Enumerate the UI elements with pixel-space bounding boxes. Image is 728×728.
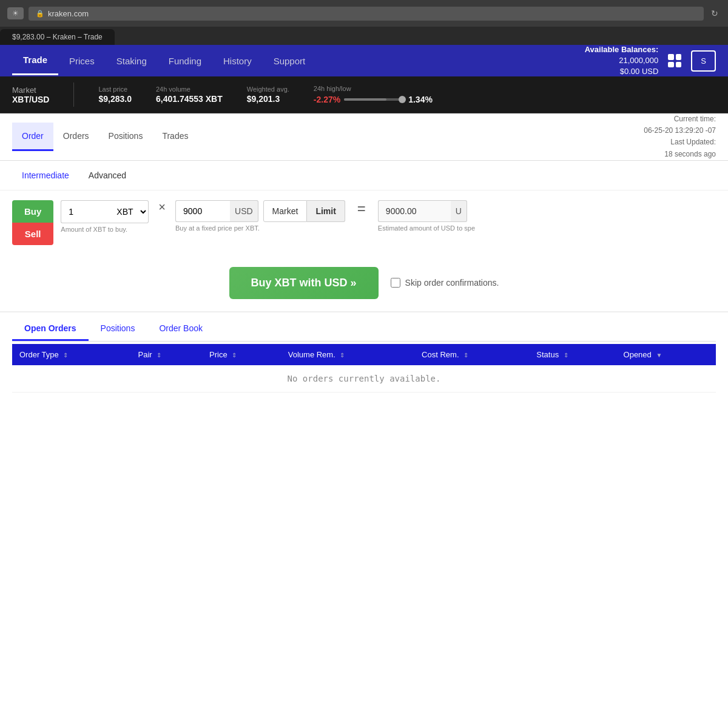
- nav-support[interactable]: Support: [263, 47, 317, 75]
- reload-button[interactable]: ↻: [709, 6, 721, 21]
- last-updated-label: Last Updated:: [644, 136, 716, 148]
- slider-fill: [344, 98, 386, 101]
- buy-xbt-button[interactable]: Buy XBT with USD »: [229, 267, 379, 299]
- main-tabs: Order Orders Positions Trades: [12, 123, 198, 151]
- main-content: Order Orders Positions Trades Current ti…: [0, 113, 728, 728]
- sort-cost-icon: ⇕: [463, 352, 468, 359]
- col-order-type[interactable]: Order Type ⇕: [12, 344, 131, 365]
- nav-trade[interactable]: Trade: [12, 46, 58, 75]
- price-group: USD Market Limit Buy at a fixed price pe…: [175, 200, 345, 232]
- available-balances: Available Balances: 21,000,000 $0.00 USD: [585, 44, 659, 78]
- last-price-value: $9,283.0: [98, 94, 132, 104]
- weighted-stat: Weighted avg. $9,201.3: [247, 86, 289, 104]
- col-status[interactable]: Status ⇕: [529, 344, 616, 365]
- price-input[interactable]: [175, 200, 230, 222]
- result-row: U: [378, 200, 475, 222]
- buy-button[interactable]: Buy: [12, 200, 53, 223]
- buy-action-row: Buy XBT with USD » Skip order confirmati…: [0, 255, 728, 311]
- highlow-stat: 24h high/low -2.27% 1.34%: [314, 85, 433, 104]
- col-price[interactable]: Price ⇕: [202, 344, 281, 365]
- buy-sell-buttons: Buy Sell: [12, 200, 53, 245]
- table-body: No orders currently available.: [12, 365, 716, 393]
- highlow-label: 24h high/low: [314, 85, 433, 92]
- col-opened[interactable]: Opened ▼: [616, 344, 716, 365]
- bottom-section: Open Orders Positions Order Book Order T…: [0, 311, 728, 393]
- sort-order-type-icon: ⇕: [63, 352, 68, 359]
- market-pair: XBT/USD: [12, 95, 49, 104]
- nav-prices[interactable]: Prices: [58, 47, 106, 75]
- nav-bar: Trade Prices Staking Funding History Sup…: [0, 45, 728, 76]
- last-price-stat: Last price $9,283.0: [98, 86, 132, 104]
- volume-value: 6,401.74553 XBT: [156, 94, 223, 104]
- market-pair-info: Market XBT/USD: [12, 86, 49, 104]
- tabs-row: Order Orders Positions Trades Current ti…: [0, 113, 728, 161]
- browser-chrome: ☀ 🔒 kraken.com ↻: [0, 0, 728, 27]
- tab-orders[interactable]: Orders: [53, 123, 99, 151]
- balance-amount: 21,000,000: [619, 56, 658, 65]
- tab-order[interactable]: Order: [12, 123, 53, 151]
- volume-stat: 24h volume 6,401.74553 XBT: [156, 86, 223, 104]
- brightness-button[interactable]: ☀: [7, 7, 24, 19]
- bottom-tab-open-orders[interactable]: Open Orders: [12, 317, 89, 341]
- price-input-group: USD: [175, 200, 258, 222]
- nav-staking[interactable]: Staking: [106, 47, 158, 75]
- col-pair[interactable]: Pair ⇕: [131, 344, 203, 365]
- lock-icon: 🔒: [36, 10, 44, 18]
- sort-volume-icon: ⇕: [340, 352, 345, 359]
- market-divider: [73, 83, 74, 107]
- result-currency: U: [451, 200, 467, 222]
- nav-funding[interactable]: Funding: [158, 47, 212, 75]
- no-orders-cell: No orders currently available.: [12, 365, 716, 393]
- browser-tab[interactable]: $9,283.00 – Kraken – Trade: [0, 29, 115, 45]
- order-form: Buy Sell XBT ETH LTC Amount of XBT to bu…: [0, 190, 728, 255]
- result-group: U Estimated amount of USD to spe: [378, 200, 475, 232]
- result-input[interactable]: [378, 200, 451, 222]
- grid-icon[interactable]: [668, 54, 681, 67]
- bottom-tab-order-book[interactable]: Order Book: [147, 317, 215, 341]
- no-orders-text: No orders currently available.: [275, 362, 453, 396]
- currency-select[interactable]: XBT ETH LTC: [109, 200, 149, 223]
- mode-tabs: Intermediate Advanced: [0, 161, 728, 190]
- signin-button[interactable]: S: [691, 50, 716, 72]
- bottom-tabs: Open Orders Positions Order Book: [12, 312, 716, 342]
- current-time-label: Current time:: [644, 113, 716, 125]
- sell-button[interactable]: Sell: [12, 223, 53, 245]
- mode-advanced[interactable]: Advanced: [79, 167, 136, 184]
- skip-confirm-checkbox[interactable]: [391, 278, 400, 288]
- weighted-label: Weighted avg.: [247, 86, 289, 93]
- sort-status-icon: ⇕: [564, 352, 568, 359]
- market-label: Market: [12, 86, 49, 95]
- high-pct: 1.34%: [408, 95, 433, 104]
- price-row: USD Market Limit: [175, 200, 345, 222]
- balance-usd: $0.00 USD: [620, 67, 659, 76]
- no-orders-row: No orders currently available.: [12, 365, 716, 393]
- amount-input-group: XBT ETH LTC: [61, 200, 149, 223]
- slider-track: [344, 98, 405, 101]
- amount-input[interactable]: [61, 200, 109, 223]
- amount-row: XBT ETH LTC: [61, 200, 149, 223]
- last-updated-row: Last Updated: 18 seconds ago: [644, 136, 716, 160]
- equals-operator: =: [352, 200, 371, 217]
- bottom-tab-positions[interactable]: Positions: [89, 317, 147, 341]
- sort-price-icon: ⇕: [232, 352, 237, 359]
- weighted-value: $9,201.3: [247, 94, 289, 104]
- nav-history[interactable]: History: [212, 47, 263, 75]
- tab-bar: $9,283.00 – Kraken – Trade: [0, 27, 728, 45]
- nav-right: Available Balances: 21,000,000 $0.00 USD…: [585, 44, 716, 78]
- order-type-group: Market Limit: [263, 200, 345, 222]
- change-pct: -2.27%: [314, 95, 340, 104]
- sort-pair-icon: ⇕: [157, 352, 161, 359]
- tab-positions[interactable]: Positions: [99, 123, 153, 151]
- mode-intermediate[interactable]: Intermediate: [12, 167, 79, 184]
- last-updated-value: 18 seconds ago: [644, 149, 716, 160]
- limit-order-btn[interactable]: Limit: [307, 200, 345, 222]
- price-currency: USD: [230, 200, 258, 222]
- tab-trades[interactable]: Trades: [152, 123, 198, 151]
- amount-hint: Amount of XBT to buy.: [61, 226, 149, 233]
- multiply-operator: ×: [156, 200, 168, 214]
- price-slider: -2.27% 1.34%: [314, 95, 433, 104]
- market-bar: Market XBT/USD Last price $9,283.0 24h v…: [0, 76, 728, 113]
- skip-confirm-label: Skip order confirmations.: [391, 278, 499, 288]
- skip-confirm-text: Skip order confirmations.: [405, 278, 499, 288]
- market-order-btn[interactable]: Market: [263, 200, 308, 222]
